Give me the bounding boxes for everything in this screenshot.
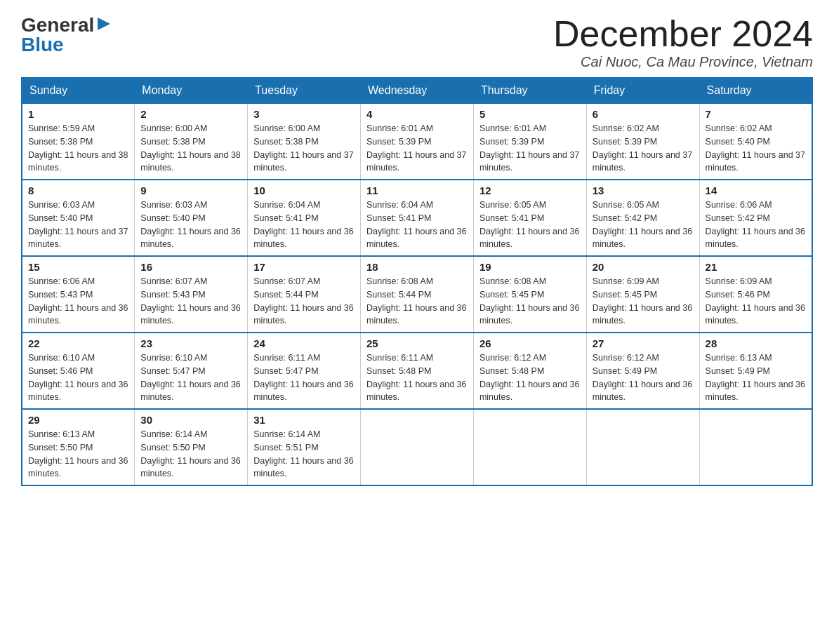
day-info: Sunrise: 6:03 AMSunset: 5:40 PMDaylight:… <box>28 199 128 251</box>
day-info: Sunrise: 5:59 AMSunset: 5:38 PMDaylight:… <box>28 122 128 175</box>
day-number: 13 <box>593 185 694 196</box>
day-number: 1 <box>28 108 128 120</box>
calendar-day-header: Sunday <box>22 78 135 103</box>
month-title: December 2024 <box>553 14 813 54</box>
day-info: Sunrise: 6:12 AMSunset: 5:49 PMDaylight:… <box>593 351 694 404</box>
logo-blue-text: Blue <box>21 34 64 56</box>
day-number: 2 <box>140 108 241 120</box>
day-number: 17 <box>253 261 355 273</box>
calendar-day-cell: 28 Sunrise: 6:13 AMSunset: 5:49 PMDaylig… <box>699 333 812 409</box>
calendar-day-cell: 14 Sunrise: 6:06 AMSunset: 5:42 PMDaylig… <box>699 180 812 256</box>
calendar-day-cell: 13 Sunrise: 6:05 AMSunset: 5:42 PMDaylig… <box>586 180 699 256</box>
logo-arrow-icon <box>96 16 112 32</box>
calendar-header-row: SundayMondayTuesdayWednesdayThursdayFrid… <box>22 78 812 103</box>
day-info: Sunrise: 6:08 AMSunset: 5:45 PMDaylight:… <box>479 275 581 328</box>
calendar-day-header: Friday <box>586 78 699 103</box>
calendar-day-cell: 27 Sunrise: 6:12 AMSunset: 5:49 PMDaylig… <box>586 333 699 409</box>
title-section: December 2024 Cai Nuoc, Ca Mau Province,… <box>553 14 813 70</box>
calendar-day-cell: 30 Sunrise: 6:14 AMSunset: 5:50 PMDaylig… <box>135 409 248 485</box>
calendar-week-row: 8 Sunrise: 6:03 AMSunset: 5:40 PMDayligh… <box>22 180 812 256</box>
day-number: 27 <box>593 337 694 349</box>
calendar-day-cell: 24 Sunrise: 6:11 AMSunset: 5:47 PMDaylig… <box>248 333 361 409</box>
calendar-week-row: 1 Sunrise: 5:59 AMSunset: 5:38 PMDayligh… <box>22 103 812 180</box>
calendar-day-header: Thursday <box>473 78 586 103</box>
calendar-day-cell <box>699 409 812 485</box>
day-number: 16 <box>140 261 241 273</box>
day-info: Sunrise: 6:14 AMSunset: 5:50 PMDaylight:… <box>140 428 241 481</box>
day-info: Sunrise: 6:00 AMSunset: 5:38 PMDaylight:… <box>253 122 355 175</box>
day-info: Sunrise: 6:11 AMSunset: 5:47 PMDaylight:… <box>253 351 355 404</box>
calendar-day-cell: 17 Sunrise: 6:07 AMSunset: 5:44 PMDaylig… <box>248 256 361 333</box>
day-number: 30 <box>140 414 241 426</box>
calendar-day-cell: 2 Sunrise: 6:00 AMSunset: 5:38 PMDayligh… <box>135 103 248 180</box>
day-info: Sunrise: 6:07 AMSunset: 5:44 PMDaylight:… <box>253 275 355 328</box>
calendar-day-cell: 9 Sunrise: 6:03 AMSunset: 5:40 PMDayligh… <box>135 180 248 256</box>
calendar-day-cell: 3 Sunrise: 6:00 AMSunset: 5:38 PMDayligh… <box>248 103 361 180</box>
day-number: 20 <box>593 261 694 273</box>
calendar-table: SundayMondayTuesdayWednesdayThursdayFrid… <box>21 77 813 486</box>
day-number: 21 <box>706 261 806 273</box>
calendar-day-cell: 20 Sunrise: 6:09 AMSunset: 5:45 PMDaylig… <box>586 256 699 333</box>
day-info: Sunrise: 6:04 AMSunset: 5:41 PMDaylight:… <box>253 199 355 251</box>
day-info: Sunrise: 6:04 AMSunset: 5:41 PMDaylight:… <box>366 199 468 251</box>
calendar-day-cell: 19 Sunrise: 6:08 AMSunset: 5:45 PMDaylig… <box>473 256 586 333</box>
day-info: Sunrise: 6:13 AMSunset: 5:50 PMDaylight:… <box>28 428 128 481</box>
calendar-day-cell: 7 Sunrise: 6:02 AMSunset: 5:40 PMDayligh… <box>699 103 812 180</box>
day-info: Sunrise: 6:01 AMSunset: 5:39 PMDaylight:… <box>366 122 468 175</box>
calendar-day-header: Wednesday <box>361 78 474 103</box>
day-info: Sunrise: 6:05 AMSunset: 5:41 PMDaylight:… <box>479 199 581 251</box>
calendar-day-cell: 8 Sunrise: 6:03 AMSunset: 5:40 PMDayligh… <box>22 180 135 256</box>
day-number: 6 <box>593 108 694 120</box>
calendar-day-cell: 5 Sunrise: 6:01 AMSunset: 5:39 PMDayligh… <box>473 103 586 180</box>
day-info: Sunrise: 6:01 AMSunset: 5:39 PMDaylight:… <box>479 122 581 175</box>
calendar-day-cell: 22 Sunrise: 6:10 AMSunset: 5:46 PMDaylig… <box>22 333 135 409</box>
day-number: 5 <box>479 108 581 120</box>
day-number: 7 <box>706 108 806 120</box>
day-number: 4 <box>366 108 468 120</box>
day-number: 15 <box>28 261 128 273</box>
calendar-day-header: Saturday <box>699 78 812 103</box>
calendar-day-header: Monday <box>135 78 248 103</box>
location-subtitle: Cai Nuoc, Ca Mau Province, Vietnam <box>553 54 813 70</box>
day-number: 25 <box>366 337 468 349</box>
day-info: Sunrise: 6:03 AMSunset: 5:40 PMDaylight:… <box>140 199 241 251</box>
calendar-day-cell: 16 Sunrise: 6:07 AMSunset: 5:43 PMDaylig… <box>135 256 248 333</box>
day-number: 3 <box>253 108 355 120</box>
day-info: Sunrise: 6:14 AMSunset: 5:51 PMDaylight:… <box>253 428 355 481</box>
day-number: 28 <box>706 337 806 349</box>
calendar-day-cell: 21 Sunrise: 6:09 AMSunset: 5:46 PMDaylig… <box>699 256 812 333</box>
calendar-day-cell: 12 Sunrise: 6:05 AMSunset: 5:41 PMDaylig… <box>473 180 586 256</box>
calendar-day-cell: 1 Sunrise: 5:59 AMSunset: 5:38 PMDayligh… <box>22 103 135 180</box>
calendar-week-row: 29 Sunrise: 6:13 AMSunset: 5:50 PMDaylig… <box>22 409 812 485</box>
day-info: Sunrise: 6:09 AMSunset: 5:46 PMDaylight:… <box>706 275 806 328</box>
day-info: Sunrise: 6:08 AMSunset: 5:44 PMDaylight:… <box>366 275 468 328</box>
day-info: Sunrise: 6:05 AMSunset: 5:42 PMDaylight:… <box>593 199 694 251</box>
calendar-day-header: Tuesday <box>248 78 361 103</box>
day-info: Sunrise: 6:11 AMSunset: 5:48 PMDaylight:… <box>366 351 468 404</box>
calendar-day-cell: 25 Sunrise: 6:11 AMSunset: 5:48 PMDaylig… <box>361 333 474 409</box>
calendar-day-cell: 18 Sunrise: 6:08 AMSunset: 5:44 PMDaylig… <box>361 256 474 333</box>
day-number: 10 <box>253 185 355 196</box>
day-number: 19 <box>479 261 581 273</box>
svg-marker-0 <box>98 18 110 30</box>
day-info: Sunrise: 6:06 AMSunset: 5:42 PMDaylight:… <box>706 199 806 251</box>
day-number: 23 <box>140 337 241 349</box>
calendar-day-cell: 4 Sunrise: 6:01 AMSunset: 5:39 PMDayligh… <box>361 103 474 180</box>
calendar-day-cell: 11 Sunrise: 6:04 AMSunset: 5:41 PMDaylig… <box>361 180 474 256</box>
calendar-week-row: 15 Sunrise: 6:06 AMSunset: 5:43 PMDaylig… <box>22 256 812 333</box>
day-info: Sunrise: 6:10 AMSunset: 5:47 PMDaylight:… <box>140 351 241 404</box>
calendar-day-cell: 10 Sunrise: 6:04 AMSunset: 5:41 PMDaylig… <box>248 180 361 256</box>
day-info: Sunrise: 6:09 AMSunset: 5:45 PMDaylight:… <box>593 275 694 328</box>
calendar-day-cell: 23 Sunrise: 6:10 AMSunset: 5:47 PMDaylig… <box>135 333 248 409</box>
day-number: 24 <box>253 337 355 349</box>
day-number: 22 <box>28 337 128 349</box>
day-number: 26 <box>479 337 581 349</box>
day-info: Sunrise: 6:07 AMSunset: 5:43 PMDaylight:… <box>140 275 241 328</box>
day-info: Sunrise: 6:00 AMSunset: 5:38 PMDaylight:… <box>140 122 241 175</box>
day-number: 29 <box>28 414 128 426</box>
day-number: 14 <box>706 185 806 196</box>
calendar-day-cell: 15 Sunrise: 6:06 AMSunset: 5:43 PMDaylig… <box>22 256 135 333</box>
calendar-day-cell <box>361 409 474 485</box>
calendar-day-cell <box>586 409 699 485</box>
day-number: 31 <box>253 414 355 426</box>
